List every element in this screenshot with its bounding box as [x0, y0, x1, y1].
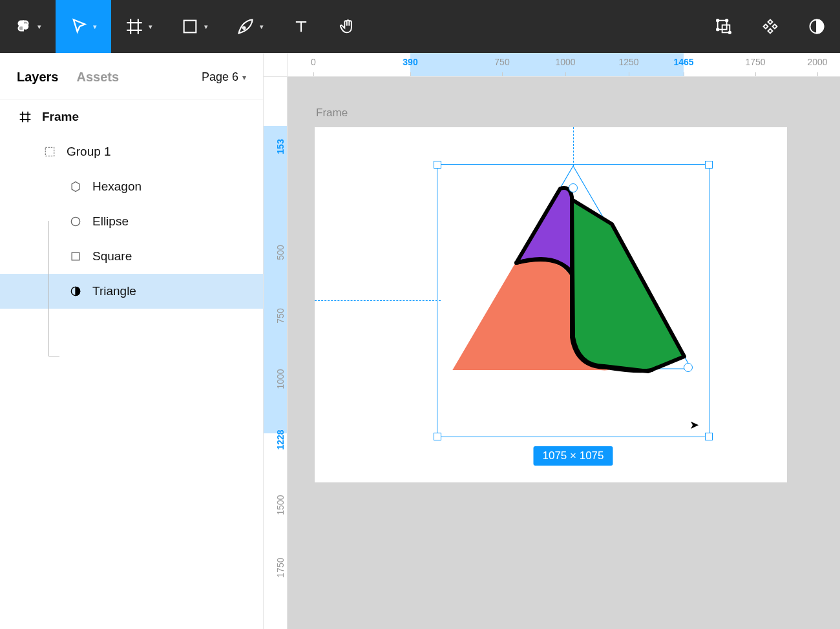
layer-row-group[interactable]: Group 1: [0, 134, 263, 169]
frame-label[interactable]: Frame: [316, 107, 348, 119]
chevron-down-icon: ▾: [204, 23, 208, 31]
svg-point-5: [717, 19, 719, 22]
component-icon: [761, 17, 779, 36]
resize-handle-br[interactable]: [705, 433, 713, 440]
frame-icon: [125, 17, 143, 36]
pen-icon: [236, 17, 255, 36]
svg-rect-10: [45, 147, 54, 156]
move-tool-button[interactable]: ▾: [56, 0, 111, 53]
layer-row-triangle[interactable]: Triangle: [0, 274, 263, 309]
layer-row-hexagon[interactable]: Hexagon: [0, 169, 263, 204]
chevron-down-icon: ▾: [37, 23, 41, 31]
tab-layers[interactable]: Layers: [17, 70, 59, 85]
frame-frame[interactable]: 1075 × 1075 ➤: [315, 127, 787, 482]
canvas[interactable]: Frame 1075: [288, 77, 840, 629]
sidebar-header: Layers Assets Page 6 ▾: [0, 53, 263, 99]
chevron-down-icon: ▾: [242, 73, 246, 82]
layer-row-square[interactable]: Square: [0, 239, 263, 274]
shape-tool-button[interactable]: ▾: [167, 0, 222, 53]
ruler-corner: [264, 53, 288, 77]
cursor-icon: ➤: [689, 418, 699, 432]
ruler-tick: 0: [311, 57, 316, 67]
layers-panel: Layers Assets Page 6 ▾ Frame Group 1 Hex…: [0, 53, 264, 629]
ruler-tick: 750: [494, 57, 509, 67]
hand-tool-button[interactable]: [324, 0, 371, 53]
toolbar: ▾ ▾ ▾ ▾ ▾: [0, 0, 840, 53]
ruler-tick: 750: [275, 308, 286, 323]
svg-point-2: [243, 27, 246, 30]
ruler-tick: 1750: [745, 57, 765, 67]
ruler-tick: 1465: [673, 57, 693, 67]
ellipse-icon: [68, 214, 83, 229]
pointer-icon: [70, 17, 88, 36]
tab-assets[interactable]: Assets: [77, 70, 120, 85]
mask-icon: [68, 284, 83, 299]
group-icon: [42, 144, 58, 160]
svg-rect-1: [184, 21, 196, 33]
main-menu-button[interactable]: ▾: [0, 0, 56, 53]
hexagon-icon: [68, 179, 83, 194]
svg-point-11: [71, 217, 79, 225]
ruler-horizontal[interactable]: 039075010001250146517502000: [288, 53, 840, 77]
resize-handle-tl[interactable]: [434, 161, 441, 169]
frame-icon: [17, 109, 33, 125]
square-icon: [68, 249, 83, 264]
selection-bounds[interactable]: [437, 164, 709, 437]
figma-logo-icon: [14, 17, 32, 36]
pen-tool-button[interactable]: ▾: [222, 0, 278, 53]
ruler-tick: 153: [275, 139, 286, 154]
selection-dimensions-badge: 1075 × 1075: [533, 446, 613, 466]
layer-row-ellipse[interactable]: Ellipse: [0, 204, 263, 239]
svg-point-8: [729, 32, 731, 34]
resize-handle-tr[interactable]: [705, 161, 713, 169]
layer-row-frame[interactable]: Frame: [0, 99, 263, 134]
ruler-tick: 1750: [275, 557, 286, 577]
mask-button[interactable]: [793, 0, 840, 53]
square-icon: [181, 17, 199, 36]
svg-point-6: [726, 19, 728, 22]
ruler-tick: 1228: [275, 429, 286, 449]
ruler-tick: 500: [275, 245, 286, 260]
text-icon: [292, 17, 310, 36]
chevron-down-icon: ▾: [260, 23, 264, 31]
resize-handle-bl[interactable]: [434, 433, 441, 440]
mask-icon: [808, 17, 826, 36]
component-button[interactable]: [747, 0, 793, 53]
ruler-tick: 1000: [555, 57, 575, 67]
frame-tool-button[interactable]: ▾: [111, 0, 167, 53]
boolean-ops-button[interactable]: [700, 0, 747, 53]
hand-icon: [339, 17, 357, 36]
ruler-tick: 390: [403, 57, 417, 67]
ruler-tick: 2000: [807, 57, 827, 67]
ruler-tick: 1000: [275, 369, 286, 389]
ruler-tick: 1500: [275, 495, 286, 515]
chevron-down-icon: ▾: [149, 23, 152, 31]
text-tool-button[interactable]: [278, 0, 324, 53]
ruler-tick: 1250: [618, 57, 638, 67]
svg-point-7: [717, 28, 719, 31]
ruler-vertical[interactable]: 1535007501000122815001750: [264, 77, 288, 629]
svg-rect-12: [72, 253, 79, 260]
boolean-icon: [715, 17, 733, 36]
page-selector[interactable]: Page 6 ▾: [202, 70, 246, 84]
chevron-down-icon: ▾: [93, 23, 97, 31]
